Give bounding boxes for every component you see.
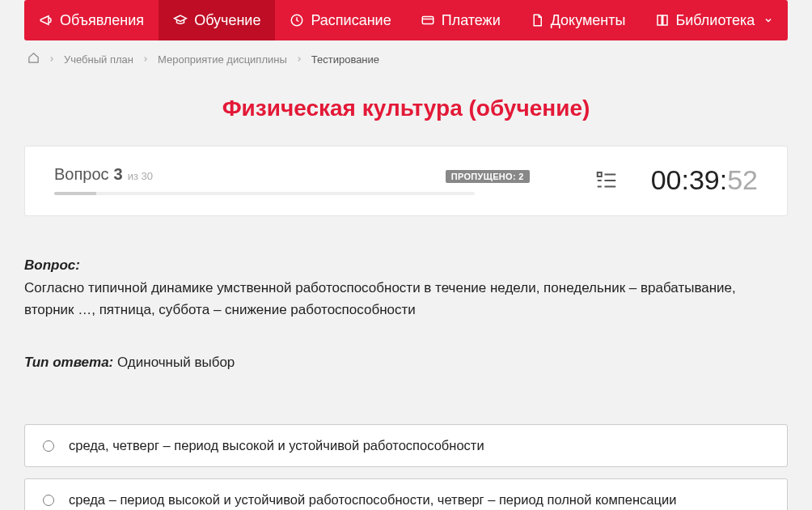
- progress-fill: [54, 192, 96, 195]
- nav-payments[interactable]: Платежи: [406, 0, 515, 40]
- timer-main: 00:39:: [651, 164, 728, 196]
- question-number: 3: [114, 165, 123, 184]
- nav-documents[interactable]: Документы: [515, 0, 641, 40]
- question-label: Вопрос: [54, 165, 109, 184]
- nav-label: Объявления: [60, 12, 144, 29]
- answer-text: среда – период высокой и устойчивой рабо…: [69, 492, 676, 508]
- skipped-badge: ПРОПУЩЕНО: 2: [446, 170, 530, 183]
- question-block: Вопрос: Согласно типичной динамике умств…: [24, 255, 788, 321]
- answer-text: среда, четверг – период высокой и устойч…: [69, 438, 484, 453]
- book-icon: [655, 13, 670, 28]
- clock-icon: [290, 13, 304, 28]
- nav-announcements[interactable]: Объявления: [24, 0, 159, 40]
- graduation-cap-icon: [173, 13, 188, 28]
- breadcrumb-home[interactable]: [27, 52, 40, 66]
- answer-option[interactable]: среда – период высокой и устойчивой рабо…: [24, 478, 788, 510]
- breadcrumb-discipline-event[interactable]: Мероприятие дисциплины: [158, 53, 287, 66]
- question-list-icon[interactable]: [594, 168, 619, 193]
- chevron-down-icon: [761, 13, 776, 28]
- timer-seconds: 52: [727, 164, 758, 196]
- question-status-card: Вопрос 3 из 30 ПРОПУЩЕНО: 2: [24, 146, 788, 216]
- nav-label: Расписание: [311, 12, 391, 29]
- home-icon: [27, 54, 40, 66]
- answers-list: среда, четверг – период высокой и устойч…: [24, 424, 788, 510]
- document-icon: [530, 13, 544, 28]
- page-viewport[interactable]: Объявления Обучение: [0, 0, 812, 510]
- answer-radio[interactable]: [43, 495, 54, 506]
- answer-option[interactable]: среда, четверг – период высокой и устойч…: [24, 424, 788, 467]
- chevron-right-icon: [48, 53, 56, 66]
- question-of-total: из 30: [128, 170, 153, 182]
- answer-type-value: Одиночный выбор: [117, 355, 235, 370]
- nav-schedule[interactable]: Расписание: [275, 0, 405, 40]
- nav-education[interactable]: Обучение: [159, 0, 275, 40]
- question-text: Согласно типичной динамике умственной ра…: [24, 278, 788, 321]
- progress-bar: [54, 192, 475, 195]
- answer-radio[interactable]: [43, 440, 54, 452]
- breadcrumb-study-plan[interactable]: Учебный план: [64, 53, 133, 66]
- answer-type-row: Тип ответа: Одиночный выбор: [24, 355, 788, 371]
- timer: 00:39:52: [651, 164, 758, 196]
- nav-label: Обучение: [194, 12, 260, 29]
- nav-label: Документы: [551, 12, 626, 29]
- main-navbar: Объявления Обучение: [24, 0, 788, 40]
- credit-card-icon: [421, 13, 435, 28]
- chevron-right-icon: [295, 53, 303, 66]
- svg-rect-2: [597, 172, 601, 176]
- breadcrumb: Учебный план Мероприятие дисциплины Тест…: [24, 40, 788, 78]
- svg-rect-1: [422, 17, 433, 24]
- nav-label: Библиотека: [676, 12, 755, 29]
- question-heading: Вопрос:: [24, 255, 788, 276]
- nav-label: Платежи: [442, 12, 501, 29]
- megaphone-icon: [39, 13, 53, 28]
- breadcrumb-current: Тестирование: [311, 53, 379, 66]
- page-title: Физическая культура (обучение): [24, 96, 788, 121]
- nav-library[interactable]: Библиотека: [641, 0, 789, 40]
- chevron-right-icon: [142, 53, 150, 66]
- answer-type-label: Тип ответа:: [24, 355, 113, 370]
